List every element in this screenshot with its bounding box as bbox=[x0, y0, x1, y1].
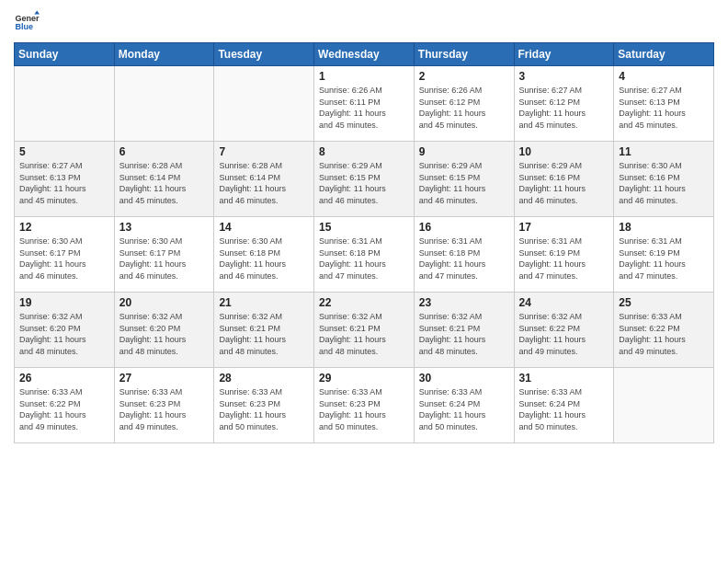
day-info: Sunrise: 6:31 AM Sunset: 6:18 PM Dayligh… bbox=[419, 236, 509, 282]
calendar-cell: 31Sunrise: 6:33 AM Sunset: 6:24 PM Dayli… bbox=[514, 368, 614, 443]
day-info: Sunrise: 6:33 AM Sunset: 6:22 PM Dayligh… bbox=[619, 311, 709, 357]
calendar-cell: 4Sunrise: 6:27 AM Sunset: 6:13 PM Daylig… bbox=[614, 66, 714, 142]
calendar-cell: 13Sunrise: 6:30 AM Sunset: 6:17 PM Dayli… bbox=[114, 217, 214, 293]
day-number: 22 bbox=[319, 296, 409, 309]
calendar-cell: 25Sunrise: 6:33 AM Sunset: 6:22 PM Dayli… bbox=[614, 293, 714, 368]
day-info: Sunrise: 6:28 AM Sunset: 6:14 PM Dayligh… bbox=[219, 160, 309, 206]
day-info: Sunrise: 6:31 AM Sunset: 6:18 PM Dayligh… bbox=[319, 236, 409, 282]
day-info: Sunrise: 6:33 AM Sunset: 6:23 PM Dayligh… bbox=[319, 386, 409, 432]
calendar-cell: 16Sunrise: 6:31 AM Sunset: 6:18 PM Dayli… bbox=[414, 217, 514, 293]
week-row-3: 12Sunrise: 6:30 AM Sunset: 6:17 PM Dayli… bbox=[15, 217, 714, 293]
day-info: Sunrise: 6:29 AM Sunset: 6:15 PM Dayligh… bbox=[419, 160, 509, 206]
day-info: Sunrise: 6:32 AM Sunset: 6:21 PM Dayligh… bbox=[419, 311, 509, 357]
day-info: Sunrise: 6:32 AM Sunset: 6:22 PM Dayligh… bbox=[519, 311, 609, 357]
calendar-cell: 27Sunrise: 6:33 AM Sunset: 6:23 PM Dayli… bbox=[114, 368, 214, 443]
weekday-header-friday: Friday bbox=[514, 43, 614, 66]
day-number: 20 bbox=[119, 296, 210, 309]
week-row-4: 19Sunrise: 6:32 AM Sunset: 6:20 PM Dayli… bbox=[15, 293, 714, 368]
day-info: Sunrise: 6:30 AM Sunset: 6:18 PM Dayligh… bbox=[219, 236, 309, 282]
day-number: 7 bbox=[219, 145, 309, 158]
day-number: 24 bbox=[519, 296, 609, 309]
calendar-cell: 15Sunrise: 6:31 AM Sunset: 6:18 PM Dayli… bbox=[314, 217, 415, 293]
day-number: 31 bbox=[519, 372, 609, 385]
day-number: 12 bbox=[19, 221, 109, 234]
calendar-cell: 2Sunrise: 6:26 AM Sunset: 6:12 PM Daylig… bbox=[414, 66, 514, 142]
day-number: 14 bbox=[219, 221, 309, 234]
weekday-header-wednesday: Wednesday bbox=[314, 43, 415, 66]
day-number: 3 bbox=[519, 70, 609, 83]
day-number: 15 bbox=[319, 221, 409, 234]
calendar-cell: 5Sunrise: 6:27 AM Sunset: 6:13 PM Daylig… bbox=[15, 142, 115, 217]
day-info: Sunrise: 6:33 AM Sunset: 6:23 PM Dayligh… bbox=[219, 386, 309, 432]
day-number: 25 bbox=[619, 296, 709, 309]
svg-text:Blue: Blue bbox=[15, 22, 33, 31]
svg-text:General: General bbox=[15, 14, 40, 23]
day-number: 13 bbox=[119, 221, 210, 234]
calendar-cell: 26Sunrise: 6:33 AM Sunset: 6:22 PM Dayli… bbox=[15, 368, 115, 443]
day-number: 30 bbox=[419, 372, 509, 385]
day-number: 26 bbox=[19, 372, 109, 385]
day-number: 18 bbox=[619, 221, 709, 234]
day-info: Sunrise: 6:27 AM Sunset: 6:13 PM Dayligh… bbox=[619, 85, 709, 131]
day-number: 6 bbox=[119, 145, 210, 158]
day-info: Sunrise: 6:31 AM Sunset: 6:19 PM Dayligh… bbox=[519, 236, 609, 282]
day-number: 8 bbox=[319, 145, 409, 158]
generalblue-logo-icon: General Blue bbox=[14, 9, 40, 35]
day-info: Sunrise: 6:33 AM Sunset: 6:24 PM Dayligh… bbox=[519, 386, 609, 432]
day-info: Sunrise: 6:26 AM Sunset: 6:11 PM Dayligh… bbox=[319, 85, 409, 131]
calendar-cell: 7Sunrise: 6:28 AM Sunset: 6:14 PM Daylig… bbox=[214, 142, 314, 217]
calendar-cell: 24Sunrise: 6:32 AM Sunset: 6:22 PM Dayli… bbox=[514, 293, 614, 368]
calendar-cell: 21Sunrise: 6:32 AM Sunset: 6:21 PM Dayli… bbox=[214, 293, 314, 368]
day-number: 29 bbox=[319, 372, 409, 385]
calendar-cell: 22Sunrise: 6:32 AM Sunset: 6:21 PM Dayli… bbox=[314, 293, 415, 368]
page: General Blue SundayMondayTuesdayWednesda… bbox=[0, 0, 728, 563]
day-number: 23 bbox=[419, 296, 509, 309]
day-info: Sunrise: 6:27 AM Sunset: 6:12 PM Dayligh… bbox=[519, 85, 609, 131]
day-info: Sunrise: 6:33 AM Sunset: 6:22 PM Dayligh… bbox=[19, 386, 109, 432]
calendar-cell bbox=[114, 66, 214, 142]
day-info: Sunrise: 6:30 AM Sunset: 6:17 PM Dayligh… bbox=[19, 236, 109, 282]
day-number: 4 bbox=[619, 70, 709, 83]
day-info: Sunrise: 6:33 AM Sunset: 6:23 PM Dayligh… bbox=[119, 386, 210, 432]
calendar-cell: 12Sunrise: 6:30 AM Sunset: 6:17 PM Dayli… bbox=[15, 217, 115, 293]
calendar-cell: 17Sunrise: 6:31 AM Sunset: 6:19 PM Dayli… bbox=[514, 217, 614, 293]
calendar-cell: 20Sunrise: 6:32 AM Sunset: 6:20 PM Dayli… bbox=[114, 293, 214, 368]
day-number: 9 bbox=[419, 145, 509, 158]
day-number: 11 bbox=[619, 145, 709, 158]
day-info: Sunrise: 6:29 AM Sunset: 6:15 PM Dayligh… bbox=[319, 160, 409, 206]
day-info: Sunrise: 6:28 AM Sunset: 6:14 PM Dayligh… bbox=[119, 160, 210, 206]
calendar-cell: 29Sunrise: 6:33 AM Sunset: 6:23 PM Dayli… bbox=[314, 368, 415, 443]
calendar-cell: 3Sunrise: 6:27 AM Sunset: 6:12 PM Daylig… bbox=[514, 66, 614, 142]
day-number: 2 bbox=[419, 70, 509, 83]
calendar-cell: 11Sunrise: 6:30 AM Sunset: 6:16 PM Dayli… bbox=[614, 142, 714, 217]
calendar-table: SundayMondayTuesdayWednesdayThursdayFrid… bbox=[14, 42, 714, 443]
weekday-header-sunday: Sunday bbox=[15, 43, 115, 66]
calendar-cell: 28Sunrise: 6:33 AM Sunset: 6:23 PM Dayli… bbox=[214, 368, 314, 443]
day-info: Sunrise: 6:31 AM Sunset: 6:19 PM Dayligh… bbox=[619, 236, 709, 282]
svg-marker-2 bbox=[34, 10, 40, 14]
day-number: 1 bbox=[319, 70, 409, 83]
day-info: Sunrise: 6:26 AM Sunset: 6:12 PM Dayligh… bbox=[419, 85, 509, 131]
day-info: Sunrise: 6:30 AM Sunset: 6:16 PM Dayligh… bbox=[619, 160, 709, 206]
day-info: Sunrise: 6:33 AM Sunset: 6:24 PM Dayligh… bbox=[419, 386, 509, 432]
calendar-cell: 9Sunrise: 6:29 AM Sunset: 6:15 PM Daylig… bbox=[414, 142, 514, 217]
calendar-cell: 10Sunrise: 6:29 AM Sunset: 6:16 PM Dayli… bbox=[514, 142, 614, 217]
day-number: 5 bbox=[19, 145, 109, 158]
calendar-cell bbox=[614, 368, 714, 443]
day-info: Sunrise: 6:27 AM Sunset: 6:13 PM Dayligh… bbox=[19, 160, 109, 206]
day-info: Sunrise: 6:32 AM Sunset: 6:21 PM Dayligh… bbox=[219, 311, 309, 357]
weekday-header-row: SundayMondayTuesdayWednesdayThursdayFrid… bbox=[15, 43, 714, 66]
weekday-header-thursday: Thursday bbox=[414, 43, 514, 66]
calendar-cell bbox=[15, 66, 115, 142]
header: General Blue bbox=[14, 9, 714, 35]
calendar-cell: 23Sunrise: 6:32 AM Sunset: 6:21 PM Dayli… bbox=[414, 293, 514, 368]
week-row-2: 5Sunrise: 6:27 AM Sunset: 6:13 PM Daylig… bbox=[15, 142, 714, 217]
day-number: 17 bbox=[519, 221, 609, 234]
calendar-cell: 6Sunrise: 6:28 AM Sunset: 6:14 PM Daylig… bbox=[114, 142, 214, 217]
day-number: 27 bbox=[119, 372, 210, 385]
day-info: Sunrise: 6:32 AM Sunset: 6:21 PM Dayligh… bbox=[319, 311, 409, 357]
calendar-cell: 8Sunrise: 6:29 AM Sunset: 6:15 PM Daylig… bbox=[314, 142, 415, 217]
week-row-5: 26Sunrise: 6:33 AM Sunset: 6:22 PM Dayli… bbox=[15, 368, 714, 443]
day-info: Sunrise: 6:32 AM Sunset: 6:20 PM Dayligh… bbox=[119, 311, 210, 357]
calendar-cell: 19Sunrise: 6:32 AM Sunset: 6:20 PM Dayli… bbox=[15, 293, 115, 368]
